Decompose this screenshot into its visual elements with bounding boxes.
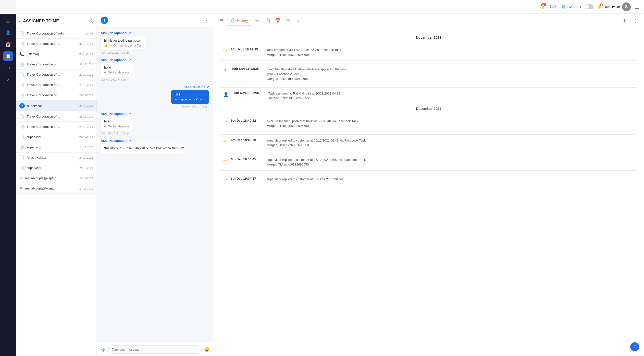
attachment-icon[interactable]: 📎 [100, 347, 106, 352]
chat-timestamp: Dec 6th 2021, 7:06 pm [171, 105, 209, 108]
sidebar-item-tasks[interactable]: 📋 [3, 51, 13, 61]
history-time: 6th Dec 18:50:45 [231, 157, 263, 161]
action-label: Sent a Message [108, 71, 130, 74]
sidebar-item-calendar[interactable]: 📅 [3, 40, 13, 49]
tab-history[interactable]: 🕐 History [228, 16, 252, 25]
list-item[interactable]: 📄 Travel Corporation of ... 30-12-2021 [16, 59, 96, 69]
list-item-active[interactable]: f supervisor 26-12-2021 [16, 100, 96, 111]
ticket-name: Travel Corporation of ... [27, 42, 77, 45]
ext-link-icon[interactable]: ↗ [128, 139, 131, 142]
history-desc: Find the filters detail below which are … [267, 67, 347, 81]
doc-icon: 📄 [19, 93, 24, 97]
back-button[interactable]: ‹ [19, 18, 20, 24]
top-header: 🔔 99+ ⌨ 🌐 ENGLISH 🔔 4 supervisor S ☰ [16, 0, 644, 14]
facebook-channel-icon: f [101, 17, 108, 24]
list-item[interactable]: 📄 supervisor 24-12-2021 [16, 132, 96, 142]
chat-bubble: 39178562_1505197616293642_54113442810948… [101, 143, 184, 154]
list-item[interactable]: 📄 supervisor 24-12-2021 [16, 163, 96, 173]
list-item[interactable]: 📄 Travel Corporation of ... 27-12-2021 [16, 90, 96, 100]
ext-link-icon[interactable]: ↗ [128, 31, 131, 35]
language-switch[interactable] [585, 4, 594, 9]
emoji-icon[interactable]: 🙂 [204, 347, 210, 352]
help-button[interactable]: ? [630, 342, 639, 351]
history-desc: supervisor replied to customer at 06/12/… [266, 157, 366, 167]
hamburger-menu-icon[interactable]: ☰ [635, 4, 639, 10]
history-desc: supervisor replied to customer at 06/12/… [266, 138, 366, 148]
message-text: hello [104, 66, 130, 69]
like-icon: 👍 [104, 44, 108, 47]
chat-sender-name: Akhil Nallapaneni ↗ [101, 31, 146, 35]
list-view-icon[interactable]: ☰ [217, 16, 226, 25]
ticket-list-header: ‹ ASSIGNED TO ME 🔍 [16, 14, 96, 28]
language-toggle[interactable]: 🌐 ENGLISH [562, 5, 581, 8]
history-time: 6th Dec 18:49:58 [231, 138, 263, 142]
list-item[interactable]: 📞 usterNo] 30-12-2021 [16, 49, 96, 59]
list-item[interactable]: 📄 Akash Kakkar 24-12-2021 [16, 153, 96, 163]
chat-sender-name: Akhil Nallapaneni ↗ [101, 112, 133, 116]
chat-message: Akhil Nallapaneni ↗ hiiii ↩ Sent a Messa… [101, 112, 133, 135]
sidebar-item-person[interactable]: 👤 [3, 28, 13, 38]
language-label: ENGLISH [567, 5, 581, 8]
ticket-date: Jan 01 [85, 32, 93, 35]
notification-bell[interactable]: 🔔 99+ [541, 5, 545, 8]
history-desc: Akhil Nallapaneni posted at 06/12/2021 0… [266, 119, 358, 128]
month-header-december: December 2021 [219, 107, 638, 111]
doc-icon: 📄 [19, 31, 24, 36]
ticket-date: 30-12-2021 [80, 53, 93, 55]
history-clock-icon: 🕐 [231, 18, 236, 23]
ticket-date: 31-12-2021 [80, 42, 93, 45]
chat-timestamp: Nov 30th 2021, 4:22 pm [101, 51, 146, 54]
search-icon[interactable]: 🔍 [88, 18, 94, 24]
message-text: hi this for testing purpose [104, 39, 142, 42]
copy-icon[interactable]: 📋 [263, 16, 272, 25]
list-item[interactable]: ✉ reshab.gupta@kaptur... 24-12-2021 [16, 183, 96, 194]
list-item[interactable]: 📄 Travel Corporation of ... 25-12-2021 [16, 122, 96, 132]
chat-timestamp: Dec 16th 2021, 4:22 pm [101, 132, 133, 135]
bell-notifications[interactable]: 🔔 4 [598, 5, 601, 8]
calendar-icon[interactable]: 📅 [274, 16, 282, 25]
chat-input-area: 📎 🙂 [97, 343, 213, 356]
filter-icon: ▼ [223, 67, 228, 72]
ext-link-icon[interactable]: ↗ [206, 85, 209, 89]
sidebar-item-settings[interactable]: ⚙ [3, 63, 13, 73]
doc-icon: 📄 [19, 166, 24, 170]
chevron-right-icon[interactable]: › [294, 16, 303, 25]
list-item[interactable]: 📄 Travel Corporation of ... 26-12-2021 [16, 111, 96, 122]
download-icon[interactable]: ⬇ [620, 16, 629, 25]
history-item: ↩ 6th Dec 18:40:52 Akhil Nallapaneni pos… [219, 115, 638, 132]
ticket-name: supervisor [27, 135, 77, 139]
reply-icon: ↩ [174, 98, 177, 101]
ext-link-icon[interactable]: ↗ [128, 112, 131, 116]
list-item[interactable]: 📄 Travel Corporation of ... 29-12-2021 [16, 69, 96, 80]
message-input[interactable] [108, 346, 202, 354]
chat-sender-name: Kapture Demo ↗ [171, 85, 209, 89]
list-item[interactable]: 📄 Travel Corporation of ... 31-12-2021 [16, 39, 96, 49]
sidebar-item-external[interactable]: ↗ [3, 75, 13, 85]
action-row: ↩ Sent a Message [104, 125, 130, 128]
chat-message: Akhil Nallapaneni ↗ hi this for testing … [101, 31, 146, 54]
grid-icon[interactable]: ⊞ [284, 16, 292, 25]
history-item: ▼ 30th Nov 16:22:35 Find the filters det… [219, 63, 638, 85]
sidebar-item-home[interactable]: ⊞ [3, 16, 13, 26]
chat-bubble: hiiii ↩ Sent a Message [101, 117, 133, 131]
history-time: 6th Dec 19:04:17 [231, 177, 263, 180]
chat-more-icon[interactable]: ⋮ [204, 17, 209, 23]
more-options-icon[interactable]: ⋮ [631, 16, 640, 25]
ext-link-icon[interactable]: ↗ [128, 58, 131, 62]
check-icon: ✓ [203, 98, 206, 101]
history-time: 30th Nov 16:22:35 [231, 47, 263, 51]
keyboard-icon[interactable]: ⌨ [549, 2, 558, 11]
chat-panel: f ⋮ Akhil Nallapaneni ↗ hi this for test… [97, 14, 213, 356]
ticket-name: reshab.gupta@kaptur... [25, 176, 77, 180]
action-row: 👍 ↩ Commented on a Post [104, 44, 142, 47]
list-item[interactable]: 📄 Travel Corporation of India Jan 01 [16, 28, 96, 39]
list-item[interactable]: 📄 supervisor 24-12-2021 [16, 142, 96, 153]
history-desc: supervisor replied to customer at 06/12/… [266, 177, 346, 182]
list-item[interactable]: ✉ reshab.gupta@kaptur... 24-12-2021 [16, 173, 96, 183]
edit-icon[interactable]: ✏ [253, 16, 262, 25]
list-item[interactable]: 📄 Travel Corporation of ... 28-12-2021 [16, 80, 96, 90]
ticket-name: Travel Corporation of ... [27, 115, 77, 118]
history-tab-label: History [237, 18, 248, 22]
user-info[interactable]: supervisor S [605, 2, 631, 11]
ticket-date: 24-12-2021 [80, 177, 93, 180]
